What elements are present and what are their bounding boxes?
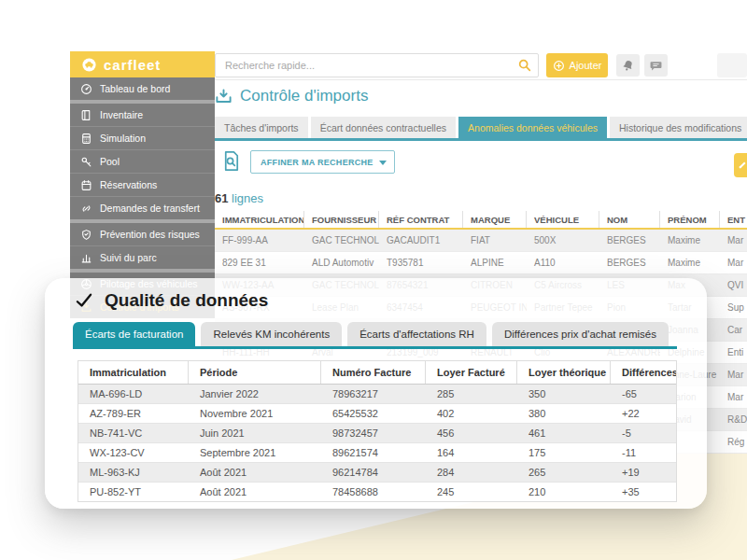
table-row[interactable]: MA-696-LDJanvier 202278963217285350-65: [78, 385, 676, 404]
table-cell: 285: [426, 385, 517, 403]
sidebar-item-reservations[interactable]: Réservations: [70, 173, 215, 196]
messages-button[interactable]: [644, 54, 668, 77]
topbar-divider: [215, 79, 747, 80]
sidebar-item-label: Pool: [100, 156, 120, 167]
sidebar-item-tableau-de-bord[interactable]: Tableau de bord: [70, 77, 215, 100]
notifications-button[interactable]: [616, 54, 640, 77]
brand-logo[interactable]: carfleet: [70, 51, 215, 77]
column-header[interactable]: FOURNISSEUR: [304, 211, 379, 228]
table-cell: 245: [426, 483, 517, 501]
table-cell: PU-852-YT: [78, 483, 189, 501]
table-cell: MA-696-LD: [78, 385, 189, 403]
add-button[interactable]: Ajouter: [546, 53, 608, 77]
tab-anomalies-donnees-vehicules[interactable]: Anomalies données véhicules: [458, 117, 607, 138]
sidebar-item-label: Prévention des risques: [100, 229, 200, 240]
table-cell: -5: [611, 424, 676, 442]
sidebar-group: Tableau de bord: [70, 77, 215, 100]
tab-releves-km-incoherents[interactable]: Relevés KM incohérents: [201, 322, 342, 346]
table-row[interactable]: ML-963-KJAoût 202196214784284265+19: [78, 463, 676, 483]
table-row[interactable]: PU-852-YTAoût 202178458688245210+35: [78, 483, 676, 501]
bar-chart-icon: [79, 251, 92, 264]
tab-ecart-donnees-contractuelles[interactable]: Écart données contractuelles: [311, 117, 456, 138]
column-header[interactable]: Numéro Facture: [321, 361, 426, 384]
table-cell: WX-123-CV: [78, 443, 189, 462]
brand-name: carfleet: [104, 57, 161, 73]
column-header[interactable]: VÉHICULE: [527, 211, 599, 228]
table-cell: QVI: [720, 274, 747, 296]
topbar-cutoff-control[interactable]: [717, 53, 747, 77]
tab-ecarts-de-facturation[interactable]: Écarts de facturation: [73, 322, 195, 346]
table-cell: -65: [611, 385, 676, 403]
table-cell: +19: [611, 463, 676, 482]
table-cell: 89621574: [321, 443, 426, 462]
chevron-down-icon: [379, 161, 387, 165]
column-header[interactable]: Loyer Facturé: [426, 361, 517, 384]
refine-search-button[interactable]: AFFINER MA RECHERCHE: [250, 150, 395, 174]
search-icon[interactable]: [517, 58, 532, 73]
column-header[interactable]: MARQUE: [463, 211, 527, 228]
tab-differences-prix-d-achat-remises[interactable]: Différences prix d'achat remisés: [492, 322, 669, 346]
plus-circle-icon: [553, 60, 565, 72]
table-cell: T935781: [379, 252, 463, 273]
sidebar-item-prevention-des-risques[interactable]: Prévention des risques: [70, 223, 215, 245]
refine-search-label: AFFINER MA RECHERCHE: [261, 158, 374, 167]
table-row[interactable]: 829 EE 31ALD AutomotivT935781ALPINEA110B…: [215, 252, 747, 274]
column-header[interactable]: ENT: [720, 211, 747, 228]
column-header[interactable]: Période: [189, 361, 321, 384]
table-cell: Janvier 2022: [189, 385, 321, 403]
page-title-label: Contrôle d'imports: [240, 87, 368, 105]
table-cell: +35: [611, 483, 676, 501]
column-header[interactable]: Immatriculation: [78, 361, 189, 384]
column-header[interactable]: Loyer théorique: [517, 361, 611, 384]
table-cell: BERGES: [599, 252, 660, 273]
column-header[interactable]: Différences: [611, 361, 676, 384]
calculator-icon: [79, 132, 92, 145]
tab-historique-des-modifications[interactable]: Historique des modifications: [610, 117, 747, 138]
chat-bubble-icon: [649, 59, 663, 73]
panel-toggle-button[interactable]: [734, 153, 747, 177]
table-cell: Août 2021: [189, 463, 321, 482]
table-cell: R&D: [720, 409, 747, 430]
table-cell: Septembre 2021: [189, 443, 321, 462]
column-header[interactable]: RÉF CONTRAT: [379, 211, 463, 228]
add-button-label: Ajouter: [570, 60, 602, 71]
panel-tabs-underline: [73, 346, 677, 349]
sidebar-item-label: Réservations: [100, 179, 157, 190]
table-cell: 78963217: [321, 385, 426, 403]
table-row[interactable]: FF-999-AAGAC TECHNOLCGACAUDIT1FIAT500XBE…: [215, 230, 747, 252]
table-cell: FF-999-AA: [215, 230, 304, 251]
table-cell: ALPINE: [463, 252, 527, 273]
table-cell: Mar: [720, 230, 747, 251]
table-row[interactable]: WX-123-CVSeptembre 202189621574164175-11: [78, 443, 676, 463]
sidebar-item-label: Inventaire: [100, 109, 143, 120]
panel-title-label: Qualité de données: [105, 290, 268, 311]
table-cell: 164: [426, 443, 517, 462]
billing-gaps-table: Immatriculation Période Numéro Facture L…: [78, 360, 677, 502]
tab-ecarts-d-affectations-rh[interactable]: Écarts d'affectations RH: [347, 322, 486, 346]
data-quality-panel: Qualité de données Écarts de facturation…: [45, 278, 707, 509]
table-row[interactable]: NB-741-VCJuin 202198732457456461-5: [78, 424, 676, 443]
column-header[interactable]: PRÉNOM: [660, 211, 720, 228]
column-header[interactable]: NOM: [599, 211, 660, 228]
table-cell: 461: [517, 424, 611, 442]
tab-taches-d-imports[interactable]: Tâches d'imports: [215, 117, 308, 138]
shield-icon: [79, 228, 92, 241]
table-cell: Mar: [720, 386, 747, 408]
table-cell: 350: [517, 385, 611, 403]
table-row[interactable]: AZ-789-ERNovembre 202165425532402380+22: [78, 404, 676, 424]
table-cell: -11: [611, 443, 676, 462]
sidebar-item-suivi-du-parc[interactable]: Suivi du parc: [70, 245, 215, 269]
document-search-icon[interactable]: [220, 149, 243, 174]
sidebar-item-pool[interactable]: Pool: [70, 149, 215, 173]
table-header-row: Immatriculation Période Numéro Facture L…: [78, 361, 676, 385]
table-cell: 65425532: [321, 404, 426, 423]
search-input[interactable]: [215, 53, 539, 77]
table-cell: 402: [426, 404, 517, 423]
sidebar-item-simulation[interactable]: Simulation: [70, 126, 215, 149]
table-cell: NB-741-VC: [78, 424, 189, 442]
table-cell: GAC TECHNOLC: [304, 230, 379, 251]
inventory-book-icon: [79, 108, 92, 121]
sidebar-item-inventaire[interactable]: Inventaire: [70, 104, 215, 126]
sidebar-item-demandes-de-transfert[interactable]: Demandes de transfert: [70, 196, 215, 219]
column-header[interactable]: IMMATRICULATION: [215, 211, 304, 228]
